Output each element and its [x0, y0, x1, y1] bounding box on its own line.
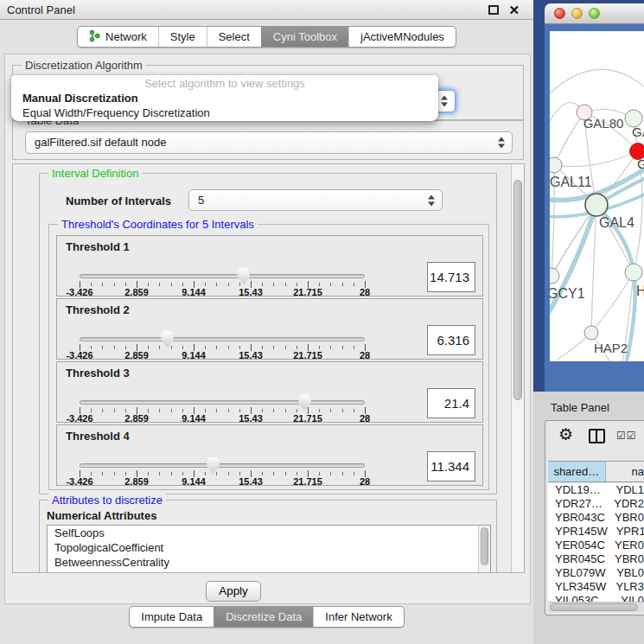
threshold-value-field[interactable]: 6.316 [427, 325, 475, 355]
screen: Control Panel ✕ Network [0, 0, 644, 644]
threshold-panel: Threshold 3-3.4262.8599.14415.4321.71528… [56, 361, 483, 423]
network-node-label: GA [632, 124, 644, 139]
dropdown-option-manual-discretization[interactable]: Manual Discretization [11, 91, 438, 105]
column-header-shared-name[interactable]: shared… [548, 462, 606, 481]
tab-jactivemnodules-label: jActiveMNodules [360, 30, 444, 43]
table-row[interactable]: YBL079WYBL0 [548, 566, 644, 580]
threshold-value-field[interactable]: 21.4 [427, 388, 475, 418]
dropdown-option-equal-width-frequency[interactable]: Equal Width/Frequency Discretization [11, 105, 438, 120]
network-icon [89, 29, 100, 45]
tab-impute-data[interactable]: Impute Data [130, 607, 214, 627]
panel-title: Control Panel [7, 3, 75, 16]
table-horizontal-scrollbar[interactable] [548, 602, 644, 612]
network-node-h[interactable] [625, 264, 642, 281]
network-node-label: H [636, 284, 644, 298]
slider-track[interactable] [80, 463, 365, 468]
table-row[interactable]: YBR043CYBR0 [548, 511, 644, 525]
slider-tick-labels: -3.4262.8599.14415.4321.71528 [80, 287, 365, 297]
threshold-panel: Threshold 4-3.4262.8599.14415.4321.71528… [56, 424, 483, 486]
gear-icon[interactable]: ⚙ [558, 424, 573, 444]
table-row[interactable]: YER054CYER0 [548, 539, 644, 552]
network-canvas[interactable]: GAL80GAGGAL11GAL4GCY1HHAP2 [550, 31, 644, 361]
bottom-tabstrip: Impute Data Discretize Data Infer Networ… [0, 606, 533, 632]
tab-style[interactable]: Style [158, 27, 207, 47]
numerical-attributes-list[interactable]: SelfLoopsTopologicalCoefficientBetweenne… [47, 525, 491, 573]
table-header: shared… na [548, 461, 644, 482]
tab-network[interactable]: Network [78, 27, 158, 47]
attribute-list-item[interactable]: BetweennessCentrality [48, 555, 490, 570]
network-node-gal4[interactable] [585, 194, 608, 216]
cell-shared-name: YBR045C [548, 552, 606, 566]
minimize-traffic-light-icon[interactable] [571, 8, 583, 19]
cell-shared-name: YDR27… [548, 497, 605, 511]
attribute-list-item[interactable]: TopologicalCoefficient [48, 540, 490, 555]
float-window-icon[interactable] [488, 5, 499, 15]
network-edge-highlighted[interactable] [550, 205, 596, 322]
network-node-hap2[interactable] [584, 326, 598, 340]
slider-track[interactable] [80, 337, 365, 341]
top-tabstrip: Network Style Select Cyni Toolbox jActiv… [0, 20, 533, 54]
tab-discretize-data-label: Discretize Data [226, 610, 302, 623]
network-edge[interactable] [550, 69, 644, 100]
table-row[interactable]: YLR345WYLR3 [548, 580, 644, 594]
tab-discretize-data[interactable]: Discretize Data [214, 607, 313, 627]
attributes-list-scrollbar[interactable] [478, 526, 490, 573]
numerical-attributes-label: Numerical Attributes [47, 509, 156, 522]
tab-infer-network[interactable]: Infer Network [313, 607, 403, 627]
threshold-panels: Threshold 1-3.4262.8599.14415.4321.71528… [56, 235, 483, 488]
cell-name: YBR0 [606, 552, 644, 566]
slider-track[interactable] [80, 400, 365, 405]
combobox-arrows-icon [427, 194, 435, 206]
combobox-arrows-icon [497, 137, 505, 149]
network-node-gal11[interactable] [550, 157, 562, 173]
cell-name: YDR2 [605, 497, 644, 511]
close-icon[interactable]: ✕ [508, 3, 520, 18]
table-row[interactable]: YDL19…YDL1 [548, 483, 644, 497]
network-view-frame: GAL80GAGGAL11GAL4GCY1HHAP2 [545, 24, 644, 392]
table-panel-box: ⚙ ☑☑ shared… na YDL19…YDL1YDR27…YDR2YBR0… [545, 420, 644, 615]
settings-vertical-scrollbar[interactable] [511, 164, 524, 572]
table-data-combobox[interactable]: galFiltered.sif default node [25, 131, 513, 154]
close-traffic-light-icon[interactable] [554, 8, 565, 19]
bottom-tabs: Impute Data Discretize Data Infer Networ… [129, 606, 404, 628]
network-edge[interactable] [554, 151, 638, 167]
network-node-gcy1[interactable] [550, 268, 559, 284]
scrollbar-thumb[interactable] [481, 527, 488, 565]
scrollbar-thumb[interactable] [550, 603, 638, 611]
apply-button[interactable]: Apply [206, 581, 261, 602]
attribute-list-item[interactable]: SelfLoops [48, 526, 490, 540]
threshold-value-field[interactable]: 14.713 [427, 262, 475, 292]
column-header-name[interactable]: na [606, 462, 644, 481]
group-title: Threshold's Coordinates for 5 Intervals [58, 218, 258, 231]
dropdown-placeholder-option[interactable]: Select algorithm to view settings [11, 76, 438, 91]
table-row[interactable]: YPR145WYPR1 [548, 525, 644, 539]
network-edge[interactable] [591, 272, 634, 333]
number-of-intervals-combobox[interactable]: 5 [188, 189, 443, 211]
table-row[interactable]: YBR045CYBR0 [548, 552, 644, 566]
tab-cyni-toolbox[interactable]: Cyni Toolbox [261, 27, 348, 47]
slider-tick-labels: -3.4262.8599.14415.4321.71528 [80, 350, 365, 360]
slider-track[interactable] [80, 274, 365, 278]
threshold-value-field[interactable]: 11.344 [427, 451, 475, 481]
group-title: Discretization Algorithm [22, 59, 146, 72]
tab-select[interactable]: Select [207, 27, 261, 47]
network-node-label: GAL11 [550, 175, 592, 189]
checkboxes-icon[interactable]: ☑☑ [616, 430, 637, 442]
cell-shared-name: YER054C [548, 539, 606, 552]
scrollbar-thumb[interactable] [513, 180, 522, 400]
combobox-arrows-icon [440, 96, 448, 107]
threshold-panel: Threshold 2-3.4262.8599.14415.4321.71528… [56, 298, 483, 360]
table-rows: YDL19…YDL1YDR27…YDR2YBR043CYBR0YPR145WYP… [548, 483, 644, 603]
cell-name: YPR1 [608, 525, 644, 539]
tab-jactivemnodules[interactable]: jActiveMNodules [348, 27, 456, 47]
network-edge[interactable] [554, 112, 584, 165]
table-row[interactable]: YDR27…YDR2 [548, 497, 644, 511]
network-window-titlebar[interactable] [545, 3, 644, 24]
network-desktop-area: GAL80GAGGAL11GAL4GCY1HHAP2 [533, 0, 644, 392]
algorithm-dropdown-popup: Select algorithm to view settings Manual… [11, 75, 438, 121]
cell-shared-name: YDL19… [548, 483, 607, 497]
split-columns-icon[interactable] [589, 429, 605, 443]
network-view-window[interactable]: GAL80GAGGAL11GAL4GCY1HHAP2 [545, 3, 644, 392]
network-graph: GAL80GAGGAL11GAL4GCY1HHAP2 [550, 31, 644, 361]
zoom-traffic-light-icon[interactable] [589, 8, 600, 19]
